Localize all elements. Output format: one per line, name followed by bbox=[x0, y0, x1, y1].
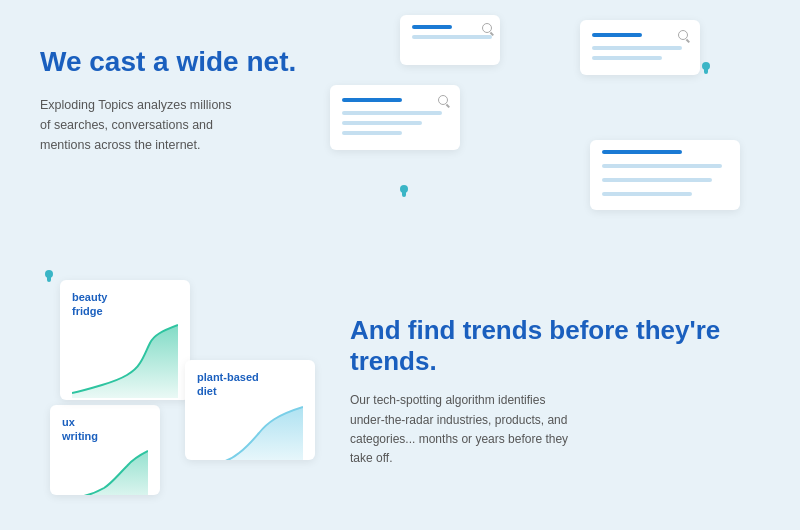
ux-writing-chart bbox=[62, 448, 148, 495]
beauty-fridge-card: beautyfridge bbox=[60, 280, 190, 400]
top-subtext: Exploding Topics analyzes millions of se… bbox=[40, 95, 240, 155]
blue-bar-2 bbox=[342, 98, 402, 102]
top-headline: We cast a wide net. bbox=[40, 45, 320, 79]
search-icon-0 bbox=[482, 23, 492, 33]
blue-bar-0 bbox=[412, 25, 452, 29]
beauty-fridge-label: beautyfridge bbox=[72, 290, 178, 319]
top-section: We cast a wide net. Exploding Topics ana… bbox=[0, 0, 800, 265]
search-row-2 bbox=[342, 95, 448, 105]
bottom-subtext: Our tech-spotting algorithm identifies u… bbox=[350, 391, 570, 468]
light-bar bbox=[592, 46, 682, 50]
light-bar-0 bbox=[412, 35, 492, 39]
light-bar-8 bbox=[602, 192, 692, 196]
location-dot-1 bbox=[702, 62, 710, 70]
bottom-headline: And find trends before they're trends. bbox=[350, 315, 760, 377]
ux-writing-card: uxwriting bbox=[50, 405, 160, 495]
beauty-fridge-chart bbox=[72, 323, 178, 398]
light-bar-2 bbox=[592, 56, 662, 60]
plant-based-diet-card: plant-baseddiet bbox=[185, 360, 315, 460]
ux-writing-label: uxwriting bbox=[62, 415, 148, 444]
search-card-1 bbox=[580, 20, 700, 75]
light-bar-5 bbox=[342, 131, 402, 135]
light-bar-6 bbox=[602, 164, 722, 168]
light-bar-7 bbox=[602, 178, 712, 182]
location-dot-3 bbox=[400, 185, 408, 193]
light-bar-4 bbox=[342, 121, 422, 125]
bottom-right-content: And find trends before they're trends. O… bbox=[320, 265, 760, 530]
blue-bar-3 bbox=[602, 150, 682, 154]
search-row-1 bbox=[592, 30, 688, 40]
bottom-section: beautyfridge uxwriting bbox=[0, 265, 800, 530]
search-card-0 bbox=[400, 15, 500, 65]
plant-based-chart bbox=[197, 403, 303, 460]
light-bar-3 bbox=[342, 111, 442, 115]
top-cards-area bbox=[320, 30, 760, 265]
blue-bar bbox=[592, 33, 642, 37]
top-left-content: We cast a wide net. Exploding Topics ana… bbox=[40, 30, 320, 265]
bottom-dot-1 bbox=[45, 270, 53, 278]
bottom-left-cards: beautyfridge uxwriting bbox=[40, 265, 320, 530]
search-card-3 bbox=[590, 140, 740, 210]
search-card-2 bbox=[330, 85, 460, 150]
search-icon bbox=[678, 30, 688, 40]
search-icon-2 bbox=[438, 95, 448, 105]
plant-based-label: plant-baseddiet bbox=[197, 370, 303, 399]
